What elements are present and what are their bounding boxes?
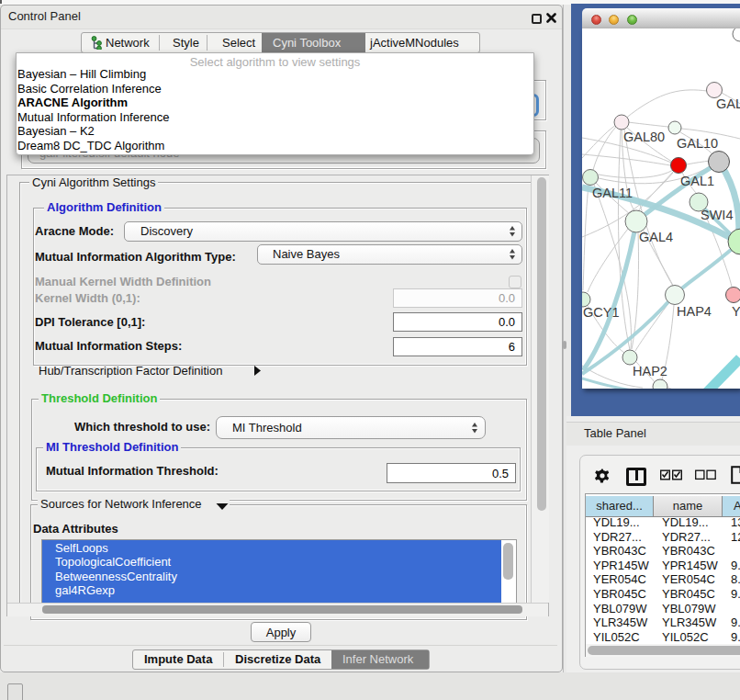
svg-text:GAL4: GAL4: [639, 230, 673, 244]
svg-text:GCY1: GCY1: [583, 305, 620, 320]
svg-text:YG: YG: [732, 304, 740, 319]
svg-text:GAL1: GAL1: [680, 174, 714, 188]
svg-text:SWI4: SWI4: [701, 208, 733, 222]
svg-text:GAL11: GAL11: [592, 186, 633, 200]
svg-text:GAL7: GAL7: [716, 96, 740, 111]
svg-text:HAP4: HAP4: [677, 304, 712, 319]
svg-text:GAL10: GAL10: [677, 136, 718, 151]
svg-text:HAP2: HAP2: [633, 364, 667, 378]
svg-text:GAL80: GAL80: [623, 130, 665, 144]
